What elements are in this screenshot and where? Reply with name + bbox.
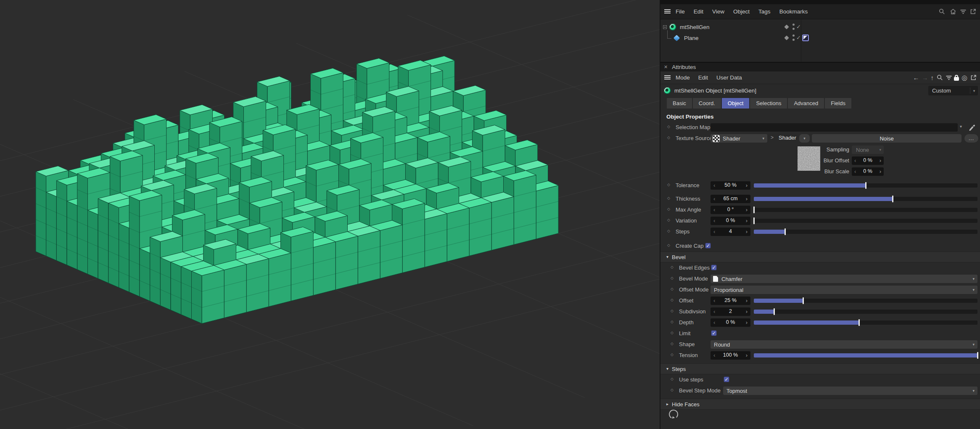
menu-item-view[interactable]: View <box>712 8 724 15</box>
filter-icon[interactable] <box>960 10 966 13</box>
slider-max-angle[interactable] <box>754 208 977 212</box>
slider-handle[interactable] <box>803 297 804 304</box>
layer-toggle-icon[interactable] <box>784 24 789 29</box>
close-icon[interactable]: ✕ <box>664 65 668 69</box>
tab-basic[interactable]: Basic <box>667 98 692 109</box>
dropdown-bevel-mode[interactable]: Chamfer▾ <box>711 275 977 283</box>
stepper-value[interactable]: 25 % <box>711 297 750 303</box>
layer-toggle-icon[interactable] <box>784 35 789 40</box>
selection-map-input[interactable] <box>711 123 958 132</box>
stepper-tolerance[interactable]: ‹50 %› <box>711 181 750 190</box>
checkbox-limit[interactable]: ✓ <box>711 330 717 336</box>
home-icon[interactable] <box>949 8 956 15</box>
stepper-subdivsion[interactable]: ‹2› <box>711 307 750 316</box>
forward-icon[interactable]: → <box>922 74 928 81</box>
blur-scale-value[interactable]: 0 % <box>852 168 884 174</box>
stepper-tension[interactable]: ‹100 %› <box>711 351 750 360</box>
attr-menu-item-user-data[interactable]: User Data <box>716 74 742 81</box>
attr-menu-item-mode[interactable]: Mode <box>676 74 690 81</box>
increment-icon[interactable]: › <box>746 196 748 202</box>
dropdown-shape[interactable]: Round▾ <box>711 340 977 349</box>
increment-icon[interactable]: › <box>746 352 748 358</box>
checkbox-bevel-edges[interactable]: ✓ <box>711 265 717 270</box>
slider-handle[interactable] <box>977 352 978 359</box>
3d-viewport[interactable] <box>0 0 660 429</box>
hamburger-menu-icon[interactable] <box>664 9 671 14</box>
increment-icon[interactable]: › <box>746 308 748 315</box>
menu-item-edit[interactable]: Edit <box>694 8 703 15</box>
enable-check-icon[interactable]: ✓ <box>796 24 801 30</box>
more-options-button[interactable]: ... <box>964 134 978 143</box>
slider-depth[interactable] <box>754 320 977 325</box>
slider-subdivsion[interactable] <box>754 310 977 314</box>
stepper-offset[interactable]: ‹25 %› <box>711 297 750 305</box>
increment-icon[interactable]: › <box>746 319 748 326</box>
shader-noise-button[interactable]: Noise <box>812 134 962 143</box>
increment-icon[interactable]: › <box>880 168 881 175</box>
reset-rotate-icon[interactable] <box>667 408 680 421</box>
menu-item-bookmarks[interactable]: Bookmarks <box>779 8 808 15</box>
dropdown-offset-mode[interactable]: Proportional▾ <box>711 286 977 294</box>
slider-handle[interactable] <box>858 319 860 326</box>
stepper-thickness[interactable]: ‹65 cm› <box>711 195 750 203</box>
increment-icon[interactable]: › <box>746 207 748 213</box>
menu-item-file[interactable]: File <box>676 8 685 15</box>
tab-object[interactable]: Object <box>722 98 750 109</box>
slider-handle[interactable] <box>753 217 755 224</box>
enable-check-icon[interactable]: ✓ <box>796 34 801 41</box>
lock-icon[interactable] <box>954 75 959 81</box>
search-icon[interactable] <box>938 8 946 15</box>
tab-fields[interactable]: Fields <box>825 98 851 109</box>
sampling-dropdown[interactable]: None ▾ <box>852 146 884 154</box>
slider-handle[interactable] <box>892 196 893 202</box>
stepper-value[interactable]: 2 <box>711 308 750 314</box>
stepper-value[interactable]: 0 ° <box>711 207 750 212</box>
stepper-value[interactable]: 4 <box>711 228 750 234</box>
stepper-variation[interactable]: ‹0 %› <box>711 217 750 225</box>
object-row-mtshellgen[interactable]: mtShellGen ✓ <box>660 22 980 33</box>
increment-icon[interactable]: › <box>746 182 748 188</box>
increment-icon[interactable]: › <box>880 157 881 164</box>
preset-dropdown[interactable]: Custom ▾ <box>928 86 978 95</box>
slider-tension[interactable] <box>754 353 977 358</box>
slider-tolerance[interactable] <box>754 183 977 188</box>
dropdown-bevel-step-mode[interactable]: Topmost▾ <box>723 387 977 395</box>
checkbox-create-cap[interactable]: ✓ <box>705 243 711 249</box>
tab-advanced[interactable]: Advanced <box>788 98 824 109</box>
popout-icon[interactable] <box>970 74 977 81</box>
back-icon[interactable]: ← <box>913 74 919 81</box>
object-row-plane[interactable]: Plane ✓ <box>660 33 980 44</box>
menu-item-object[interactable]: Object <box>733 8 750 15</box>
section-steps[interactable]: ▾Steps <box>660 363 980 374</box>
tab-coord[interactable]: Coord. <box>693 98 721 109</box>
stepper-value[interactable]: 65 cm <box>711 196 750 201</box>
slider-offset[interactable] <box>754 299 977 303</box>
tab-selections[interactable]: Selections <box>750 98 787 109</box>
slider-thickness[interactable] <box>754 197 977 201</box>
blur-offset-stepper[interactable]: ‹ 0 % › <box>852 156 884 165</box>
shader-slot-dropdown[interactable]: ▾ <box>799 134 810 143</box>
collapse-toggle-icon[interactable] <box>663 25 667 29</box>
pen-picker-icon[interactable] <box>968 123 975 132</box>
slider-handle[interactable] <box>774 308 775 315</box>
slider-variation[interactable] <box>754 219 977 223</box>
stepper-value[interactable]: 50 % <box>711 182 750 188</box>
menu-item-tags[interactable]: Tags <box>758 8 771 15</box>
stepper-value[interactable]: 0 % <box>711 217 750 223</box>
slider-handle[interactable] <box>865 182 866 189</box>
hamburger-menu-icon[interactable] <box>664 75 671 80</box>
object-name[interactable]: mtShellGen <box>680 24 710 30</box>
popout-icon[interactable] <box>969 8 977 15</box>
slider-steps[interactable] <box>754 230 977 234</box>
record-target-icon[interactable]: ◎ <box>962 74 967 82</box>
section-hide-faces[interactable]: ▸Hide Faces <box>660 399 980 410</box>
stepper-max-angle[interactable]: ‹0 °› <box>711 206 750 214</box>
chevron-down-icon[interactable]: ▾ <box>960 124 962 129</box>
stepper-value[interactable]: 100 % <box>711 352 750 358</box>
object-name[interactable]: Plane <box>684 35 699 41</box>
stepper-value[interactable]: 0 % <box>711 319 750 325</box>
attr-menu-item-edit[interactable]: Edit <box>698 74 708 81</box>
section-bevel[interactable]: ▾Bevel <box>660 252 980 262</box>
increment-icon[interactable]: › <box>746 217 748 224</box>
slider-handle[interactable] <box>753 207 755 213</box>
